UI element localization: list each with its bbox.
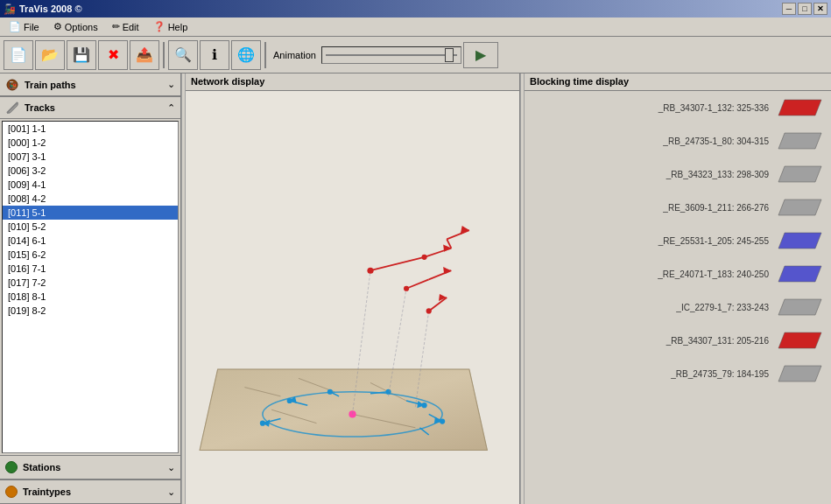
tracks-label: Tracks	[25, 102, 55, 113]
toolbar-search-btn[interactable]: 🔍	[168, 40, 198, 70]
traintypes-collapse-icon: ⌄	[167, 486, 175, 498]
svg-line-2	[7, 102, 18, 113]
blocking-label: _RB_24735-1_80: 304-315	[663, 136, 769, 146]
separator-2	[264, 42, 266, 68]
svg-marker-58	[778, 366, 821, 382]
menu-options[interactable]: ⚙ Options	[46, 18, 105, 36]
toolbar-open-btn[interactable]: 📂	[35, 40, 65, 70]
track-item[interactable]: [000] 1-2	[3, 136, 178, 150]
svg-point-47	[422, 255, 427, 260]
play-button[interactable]: ▶	[463, 42, 498, 68]
blocking-entry: _RB_34323_133: 298-309	[532, 164, 824, 184]
blocking-display-area: _RB_34307-1_132: 325-336_RB_24735-1_80: …	[525, 91, 831, 504]
toolbar-delete-btn[interactable]: ✖	[98, 40, 128, 70]
track-list-container: [001] 1-1[000] 1-2[007] 3-1[006] 3-2[009…	[2, 121, 179, 453]
toolbar-export-btn[interactable]: 📤	[130, 40, 159, 70]
track-item[interactable]: [001] 1-1	[3, 122, 178, 136]
stations-header-left: Stations	[5, 461, 60, 473]
traintypes-header-left: Traintypes	[5, 486, 71, 498]
right-panel: Blocking time display _RB_34307-1_132: 3…	[525, 74, 831, 504]
help-icon: ❓	[153, 21, 165, 32]
toolbar-info-btn[interactable]: ℹ	[200, 40, 229, 70]
toolbar-network-btn[interactable]: 🌐	[231, 40, 261, 70]
blocking-label: _RB_34307-1_132: 325-336	[658, 103, 769, 113]
blocking-entry: _RB_34307-1_132: 325-336	[532, 98, 824, 117]
blocking-bar	[776, 164, 824, 184]
svg-marker-52	[778, 166, 821, 182]
separator-1	[163, 42, 165, 68]
stations-icon	[5, 461, 18, 473]
minimize-button[interactable]: ─	[782, 3, 796, 15]
train-paths-label: Train paths	[25, 80, 76, 90]
track-item[interactable]: [015] 6-2	[3, 248, 178, 262]
svg-text:🚂: 🚂	[8, 80, 17, 89]
blocking-entry: _RE_24071-T_183: 240-250	[532, 264, 824, 284]
network-display-title: Network display	[186, 74, 519, 91]
center-panel: Network display	[186, 74, 520, 504]
svg-point-27	[327, 389, 333, 395]
blocking-bar	[776, 298, 824, 317]
blocking-entry: _RB_34307_131: 205-216	[532, 331, 824, 350]
blocking-label: _RE_24071-T_183: 240-250	[658, 270, 769, 279]
slider-thumb[interactable]	[445, 48, 454, 62]
slider-track	[326, 54, 457, 56]
blocking-bar	[776, 98, 824, 117]
train-paths-collapse-icon: ⌄	[167, 79, 175, 90]
blocking-entry: _RE_3609-1_211: 266-276	[532, 198, 824, 217]
maximize-button[interactable]: □	[798, 3, 812, 15]
stations-header[interactable]: Stations ⌄	[0, 455, 180, 480]
track-item[interactable]: [007] 3-1	[3, 150, 178, 164]
network-display-area[interactable]	[186, 91, 519, 504]
title-bar: 🚂 TraVis 2008 © ─ □ ✕	[0, 0, 831, 18]
blocking-bar	[776, 264, 824, 284]
blocking-bar	[776, 131, 824, 150]
new-icon: 📄	[10, 48, 27, 62]
toolbar: 📄 📂 💾 ✖ 📤 🔍 ℹ 🌐 Animation ▶	[0, 37, 831, 74]
play-icon: ▶	[475, 46, 486, 63]
svg-marker-44	[443, 267, 451, 274]
blocking-display-title: Blocking time display	[525, 74, 831, 91]
app-title: TraVis 2008 ©	[19, 4, 82, 14]
export-icon: 📤	[136, 48, 153, 62]
blocking-bar	[776, 331, 824, 350]
info-icon: ℹ	[212, 48, 217, 62]
main-layout: 🚂 Train paths ⌄ Tracks ⌃ [001] 1-1	[0, 74, 831, 504]
track-item[interactable]: [019] 8-2	[3, 304, 178, 318]
train-paths-header[interactable]: 🚂 Train paths ⌄	[0, 74, 180, 96]
traintypes-header[interactable]: Traintypes ⌄	[0, 480, 180, 504]
animation-slider[interactable]	[321, 46, 461, 64]
track-item[interactable]: [014] 6-1	[3, 234, 178, 248]
menu-edit-label: Edit	[123, 22, 139, 32]
menu-file[interactable]: 📄 File	[2, 18, 46, 36]
track-item[interactable]: [006] 3-2	[3, 164, 178, 178]
animation-area: Animation	[273, 46, 461, 64]
track-item[interactable]: [017] 7-2	[3, 276, 178, 290]
tracks-header[interactable]: Tracks ⌃	[0, 96, 180, 119]
blocking-label: _RB_34323_133: 298-309	[666, 170, 769, 179]
svg-point-29	[385, 389, 391, 395]
track-item[interactable]: [018] 8-1	[3, 290, 178, 304]
track-item[interactable]: [011] 5-1	[3, 206, 178, 220]
svg-point-30	[422, 402, 427, 408]
track-item[interactable]: [016] 7-1	[3, 262, 178, 276]
train-paths-icon: 🚂	[5, 78, 19, 92]
search-icon: 🔍	[174, 48, 192, 62]
svg-point-49	[426, 308, 432, 313]
menu-bar: 📄 File ⚙ Options ✏ Edit ❓ Help	[0, 18, 831, 37]
track-item[interactable]: [010] 5-2	[3, 220, 178, 234]
track-item[interactable]: [008] 4-2	[3, 192, 178, 206]
svg-marker-50	[778, 100, 821, 116]
menu-help[interactable]: ❓ Help	[146, 18, 195, 36]
toolbar-save-btn[interactable]: 💾	[67, 40, 96, 70]
blocking-entry: _IC_2279-1_7: 233-243	[532, 298, 824, 317]
toolbar-new-btn[interactable]: 📄	[4, 40, 33, 70]
svg-point-46	[367, 268, 373, 274]
menu-edit[interactable]: ✏ Edit	[105, 18, 146, 36]
tracks-icon	[5, 101, 19, 115]
close-button[interactable]: ✕	[813, 3, 827, 15]
traintypes-icon	[5, 486, 18, 498]
track-item[interactable]: [009] 4-1	[3, 178, 178, 192]
svg-line-35	[370, 257, 425, 270]
blocking-bar	[776, 198, 824, 217]
blocking-label: _IC_2279-1_7: 233-243	[676, 303, 769, 312]
